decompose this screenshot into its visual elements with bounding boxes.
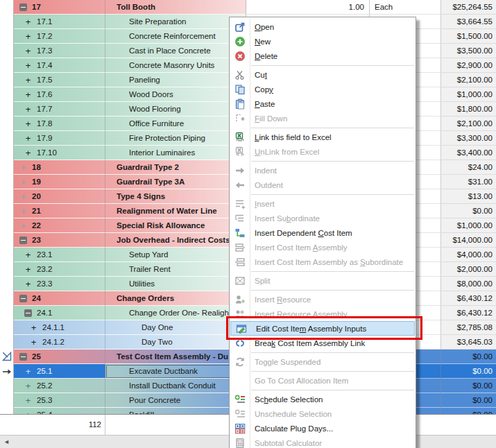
cell-amount[interactable]: $0.00 <box>441 379 496 393</box>
cell-id[interactable]: +17.1 <box>14 15 105 29</box>
cell-amount[interactable]: $3,400.00 <box>441 146 496 160</box>
cell-id[interactable]: +18 <box>14 160 105 175</box>
cell-amount[interactable]: $0.00 <box>441 350 496 364</box>
cell-description[interactable]: Fire Protection Piping <box>105 131 246 146</box>
cell-id[interactable]: +23.2 <box>14 262 105 277</box>
cell-amount[interactable]: $2,900.00 <box>441 58 496 73</box>
expand-toggle[interactable]: + <box>24 91 32 98</box>
cell-id[interactable]: +17.5 <box>14 73 105 87</box>
cell-amount[interactable]: $1,000.00 <box>441 218 496 233</box>
cell-amount[interactable]: $2,100.00 <box>441 117 496 131</box>
expand-toggle[interactable] <box>19 3 27 11</box>
cell-id[interactable]: +17.6 <box>14 87 105 102</box>
cell-description[interactable]: Office Furniture <box>105 117 246 131</box>
expand-toggle[interactable]: + <box>24 135 32 142</box>
cell-description[interactable]: Job Overhead - Indirect Costs <box>105 233 246 248</box>
expand-toggle[interactable]: + <box>19 193 27 200</box>
cell-description[interactable]: Install Ductbank Conduit <box>105 379 246 393</box>
cell-description[interactable]: Site Preparation <box>105 15 246 29</box>
cell-description[interactable]: Cast in Place Concrete <box>105 44 246 58</box>
cell-amount[interactable]: $0.00 <box>441 393 496 408</box>
menu-item-edit-cost-item-assembly-inputs[interactable]: Edit Cost Item Assembly Inputs <box>230 321 415 336</box>
cell-description[interactable]: Paneling <box>105 73 246 87</box>
cell-amount[interactable]: $3,664.55 <box>441 15 496 29</box>
expand-toggle[interactable] <box>24 309 32 317</box>
menu-item-cut[interactable]: Cut <box>230 67 416 82</box>
expand-toggle[interactable] <box>19 236 27 244</box>
expand-toggle[interactable]: + <box>24 47 32 55</box>
cell-id[interactable]: +24.1.1 <box>14 320 105 335</box>
cell-description[interactable]: Guardrail Type 3A <box>105 175 246 189</box>
expand-toggle[interactable]: + <box>30 338 37 346</box>
expand-toggle[interactable]: + <box>24 251 32 259</box>
expand-toggle[interactable]: + <box>24 382 32 390</box>
cell-description[interactable]: Wood Doors <box>105 87 246 102</box>
cell-amount[interactable]: $1,000.00 <box>441 87 496 102</box>
cell-id[interactable]: +22 <box>14 218 105 233</box>
cell-amount[interactable]: $3,500.00 <box>441 44 496 58</box>
cell-unit[interactable]: Each <box>370 0 441 15</box>
cell-id[interactable]: +17.8 <box>14 117 105 131</box>
cell-amount[interactable]: $1,500.00 <box>441 29 496 44</box>
cell-amount[interactable]: $4,000.00 <box>441 248 496 262</box>
cell-description[interactable]: Utilities <box>105 277 246 291</box>
cell-description[interactable]: Type 4 Signs <box>105 189 246 204</box>
cell-description[interactable]: Interior Luminaires <box>105 146 246 160</box>
cell-id[interactable]: +17.3 <box>14 44 105 58</box>
cell-amount[interactable]: $0.00 <box>441 408 496 414</box>
expand-toggle[interactable]: + <box>24 397 32 404</box>
cell-amount[interactable]: $31.00 <box>441 175 496 189</box>
expand-toggle[interactable]: + <box>24 62 32 69</box>
cell-id[interactable]: +17.10 <box>14 146 105 160</box>
expand-toggle[interactable]: + <box>24 33 32 40</box>
cell-description[interactable]: Special Risk Allowance <box>105 218 246 233</box>
expand-toggle[interactable]: + <box>19 222 27 230</box>
cell-amount[interactable]: $6,430.12 <box>441 306 496 320</box>
expand-toggle[interactable]: + <box>24 18 32 26</box>
expand-toggle[interactable]: + <box>19 164 27 171</box>
cell-id[interactable]: +25.1 <box>14 364 105 379</box>
cell-description[interactable]: Pour Concrete <box>105 393 246 408</box>
expand-toggle[interactable]: + <box>24 120 32 128</box>
cell-description[interactable]: Wood Flooring <box>105 102 246 117</box>
cell-id[interactable]: 24.1 <box>14 306 105 320</box>
cell-id[interactable]: 23 <box>14 233 105 248</box>
cell-amount[interactable]: $6,430.12 <box>441 291 496 306</box>
menu-item-calculate-plug-days[interactable]: Calculate Plug Days... <box>230 421 416 436</box>
menu-item-delete[interactable]: Delete <box>230 49 416 63</box>
expand-toggle[interactable]: + <box>19 178 27 186</box>
menu-item-paste[interactable]: Paste <box>230 96 416 111</box>
cell-description[interactable]: Toll Booth <box>105 0 246 15</box>
menu-item-insert-dependent-cost-item[interactable]: Insert Dependent Cost Item <box>230 225 416 240</box>
expand-toggle[interactable]: + <box>30 324 37 331</box>
expand-toggle[interactable]: + <box>24 149 32 157</box>
cell-amount[interactable]: $1,800.00 <box>441 102 496 117</box>
cell-amount[interactable]: $2,100.00 <box>441 73 496 87</box>
cell-id[interactable]: +17.2 <box>14 29 105 44</box>
cell-amount[interactable]: $0.00 <box>441 364 496 379</box>
cell-id[interactable]: +25.2 <box>14 379 105 393</box>
menu-item-break-cost-item-assembly-link[interactable]: Break Cost Item Assembly Link <box>230 336 416 350</box>
cell-description[interactable]: Change Orders <box>105 291 246 306</box>
expand-toggle[interactable]: + <box>24 266 32 273</box>
cell-description[interactable]: Concrete Masonry Units <box>105 58 246 73</box>
cell-amount[interactable]: $3,645.03 <box>441 335 496 350</box>
cell-id[interactable]: +21 <box>14 204 105 218</box>
cell-id[interactable]: 24 <box>14 291 105 306</box>
cell-description[interactable]: Excavate Ductbank <box>105 364 246 379</box>
cell-id[interactable]: 17 <box>14 0 105 15</box>
expand-toggle[interactable] <box>19 295 27 302</box>
cell-description[interactable]: Backfill <box>105 408 246 414</box>
expand-toggle[interactable]: + <box>19 207 27 215</box>
cell-description[interactable]: Day Two <box>105 335 246 350</box>
cell-amount[interactable]: $0.00 <box>441 204 496 218</box>
cell-amount[interactable]: $13.00 <box>441 189 496 204</box>
cell-description[interactable]: Trailer Rent <box>105 262 246 277</box>
cell-description[interactable]: Guardrail Type 2 <box>105 160 246 175</box>
cell-amount[interactable]: $14,000.00 <box>441 233 496 248</box>
cell-id[interactable]: +24.1.2 <box>14 335 105 350</box>
cell-id[interactable]: +20 <box>14 189 105 204</box>
cell-amount[interactable]: $24.00 <box>441 160 496 175</box>
cell-id[interactable]: +25.4 <box>14 408 105 414</box>
menu-item-copy[interactable]: Copy <box>230 82 416 96</box>
